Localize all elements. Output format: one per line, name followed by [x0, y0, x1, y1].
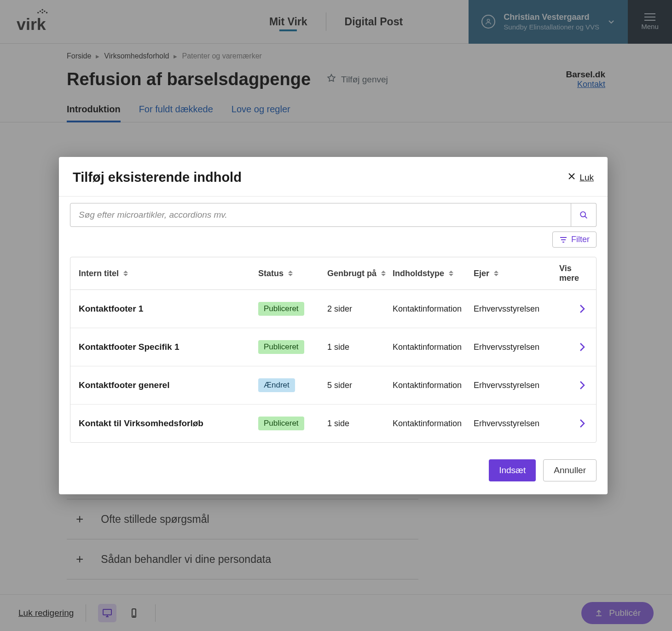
td-type: Kontaktinformation [393, 342, 474, 352]
sort-icon [494, 271, 498, 276]
td-owner: Erhvervsstyrelsen [474, 419, 559, 428]
th-indholdstype[interactable]: Indholdstype [393, 264, 474, 283]
chevron-right-icon [579, 381, 585, 390]
chevron-right-icon [579, 419, 585, 428]
search-button[interactable] [571, 203, 597, 227]
td-status: Publiceret [258, 302, 327, 316]
sort-icon [381, 271, 386, 276]
td-reused: 1 side [327, 342, 393, 352]
th-label: Ejer [474, 269, 489, 278]
table-row[interactable]: Kontaktfooter Specifik 1Publiceret1 side… [70, 328, 596, 366]
modal-close-button[interactable]: Luk [568, 172, 594, 183]
td-type: Kontaktinformation [393, 381, 474, 390]
table-head: Intern titel Status Genbrugt på Indholds… [70, 257, 596, 290]
modal-search-row [59, 197, 608, 232]
th-vis-mere: Vis mere [559, 264, 588, 283]
cancel-button[interactable]: Annuller [543, 459, 597, 481]
sort-icon [288, 271, 293, 276]
td-title: Kontaktfooter 1 [79, 304, 258, 314]
td-type: Kontaktinformation [393, 419, 474, 428]
filter-row: Filter [59, 232, 608, 252]
table-row[interactable]: Kontakt til VirksomhedsforløbPubliceret1… [70, 405, 596, 442]
chevron-right-icon [579, 342, 585, 352]
svg-point-11 [580, 212, 585, 217]
modal-title: Tilføj eksisterende indhold [73, 170, 242, 185]
close-label: Luk [579, 173, 594, 183]
th-label: Vis mere [559, 264, 585, 283]
td-title: Kontakt til Virksomhedsforløb [79, 418, 258, 428]
table-row[interactable]: Kontaktfooter generelÆndret5 siderKontak… [70, 366, 596, 405]
filter-label: Filter [571, 235, 590, 244]
th-genbrugt[interactable]: Genbrugt på [327, 264, 393, 283]
search-input[interactable] [70, 203, 571, 227]
th-status[interactable]: Status [258, 264, 327, 283]
sort-icon [449, 271, 453, 276]
status-badge: Publiceret [258, 302, 304, 316]
insert-button[interactable]: Indsæt [489, 459, 536, 481]
td-reused: 1 side [327, 419, 393, 428]
td-status: Publiceret [258, 417, 327, 430]
td-reused: 2 sider [327, 304, 393, 314]
status-badge: Publiceret [258, 340, 304, 354]
content-table: Intern titel Status Genbrugt på Indholds… [70, 257, 597, 443]
td-owner: Erhvervsstyrelsen [474, 342, 559, 352]
td-type: Kontaktinformation [393, 304, 474, 314]
close-icon [568, 172, 576, 183]
sort-icon [123, 271, 128, 276]
add-existing-content-modal: Tilføj eksisterende indhold Luk Filter I… [59, 157, 608, 494]
td-status: Publiceret [258, 340, 327, 354]
td-owner: Erhvervsstyrelsen [474, 381, 559, 390]
modal-header: Tilføj eksisterende indhold Luk [59, 157, 608, 197]
th-label: Intern titel [79, 269, 119, 278]
th-intern-titel[interactable]: Intern titel [79, 264, 258, 283]
td-title: Kontaktfooter Specifik 1 [79, 342, 258, 352]
td-owner: Erhvervsstyrelsen [474, 304, 559, 314]
th-label: Genbrugt på [327, 269, 377, 278]
td-title: Kontaktfooter generel [79, 380, 258, 390]
status-badge: Publiceret [258, 417, 304, 430]
th-label: Status [258, 269, 284, 278]
filter-icon [559, 236, 568, 244]
chevron-right-icon [579, 304, 585, 313]
filter-button[interactable]: Filter [552, 232, 597, 248]
table-row[interactable]: Kontaktfooter 1Publiceret2 siderKontakti… [70, 290, 596, 328]
search-icon [579, 210, 589, 220]
td-status: Ændret [258, 378, 327, 392]
expand-row-button[interactable] [559, 419, 588, 428]
expand-row-button[interactable] [559, 304, 588, 313]
td-reused: 5 sider [327, 381, 393, 390]
expand-row-button[interactable] [559, 342, 588, 352]
modal-footer: Indsæt Annuller [59, 452, 608, 494]
expand-row-button[interactable] [559, 381, 588, 390]
th-ejer[interactable]: Ejer [474, 264, 559, 283]
th-label: Indholdstype [393, 269, 444, 278]
status-badge: Ændret [258, 378, 295, 392]
